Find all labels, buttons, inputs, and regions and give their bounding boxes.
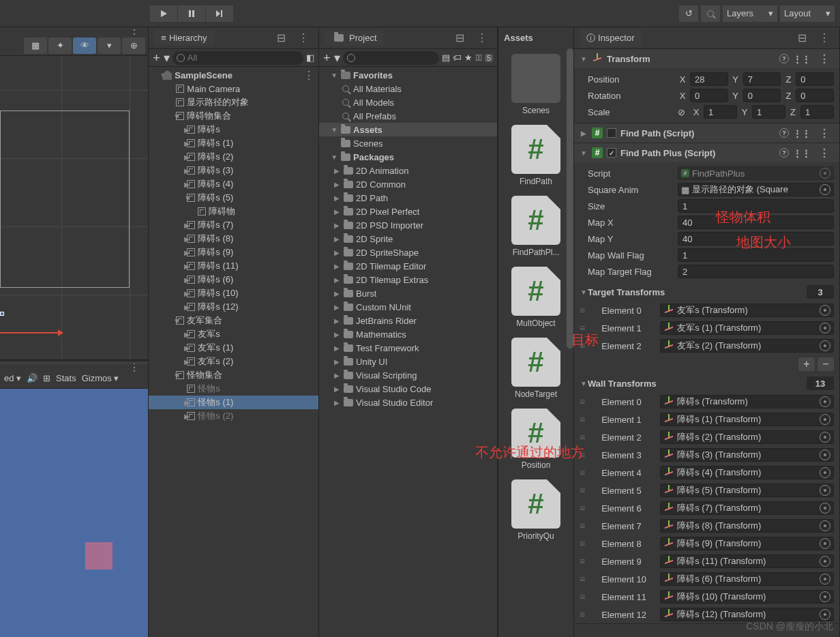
drag-handle-icon[interactable]: ≡ xyxy=(580,467,584,478)
project-item[interactable]: ▶Mathematics xyxy=(319,327,497,341)
project-item[interactable]: All Models xyxy=(319,95,497,109)
hierarchy-item[interactable]: ▶障碍s (4) xyxy=(149,177,318,191)
object-picker-icon[interactable] xyxy=(820,305,830,316)
hierarchy-item[interactable]: ▶友军s xyxy=(149,327,318,341)
asset-item[interactable]: #NodeTarget xyxy=(501,335,571,402)
object-picker-icon[interactable] xyxy=(820,323,830,334)
game-view[interactable] xyxy=(0,389,148,637)
assets-breadcrumb[interactable]: Assets xyxy=(498,27,573,48)
hierarchy-item[interactable]: Main Camera xyxy=(149,82,318,95)
object-picker-icon[interactable] xyxy=(820,467,830,478)
project-item[interactable]: ▶Test Framework xyxy=(319,341,497,355)
drag-handle-icon[interactable]: ≡ xyxy=(580,396,584,407)
target-transforms-header[interactable]: ▼Target Transforms3 xyxy=(574,282,839,301)
script-field[interactable]: #FindPathPlus xyxy=(678,166,834,180)
drag-handle-icon[interactable]: ≡ xyxy=(580,520,584,531)
help-icon[interactable]: ? xyxy=(779,54,789,63)
drag-handle-icon[interactable]: ≡ xyxy=(580,323,584,334)
drag-handle-icon[interactable]: ≡ xyxy=(580,556,584,567)
array-element-row[interactable]: ≡Element 1友军s (1) (Transform) xyxy=(574,319,839,337)
project-item[interactable]: ▶2D Path xyxy=(319,191,497,205)
project-item[interactable]: Scenes xyxy=(319,136,497,150)
help-icon[interactable]: ? xyxy=(779,148,789,158)
constrain-icon[interactable]: ⊘ xyxy=(678,107,689,117)
object-field[interactable]: 障碍s (Transform) xyxy=(660,395,834,409)
drag-handle-icon[interactable]: ≡ xyxy=(580,432,584,443)
mapx-input[interactable]: 40 xyxy=(678,216,834,229)
component-header[interactable]: ▶ # Find Path (Script) ? ⋮⋮ ⋮ xyxy=(574,123,839,143)
project-item[interactable]: ▶Visual Scripting xyxy=(319,368,497,382)
project-item[interactable]: ▼Favorites xyxy=(319,68,497,82)
drag-handle-icon[interactable]: ≡ xyxy=(580,414,584,425)
scale-y-input[interactable]: 1 xyxy=(752,105,785,119)
object-picker-icon[interactable] xyxy=(820,432,830,443)
position-z-input[interactable]: 0 xyxy=(796,72,834,86)
kebab-icon[interactable]: ⋮ xyxy=(294,31,313,44)
hierarchy-item[interactable]: 障碍物 xyxy=(149,205,318,218)
hierarchy-item[interactable]: ▶障碍s (3) xyxy=(149,164,318,177)
hierarchy-item[interactable]: 怪物s xyxy=(149,382,318,396)
project-item[interactable]: ▶2D SpriteShape xyxy=(319,246,497,259)
object-picker-icon[interactable] xyxy=(820,168,830,179)
hierarchy-item[interactable]: ▼友军集合 xyxy=(149,314,318,327)
array-element-row[interactable]: ≡Element 5障碍s (5) (Transform) xyxy=(574,482,839,499)
preset-icon[interactable]: ⋮⋮ xyxy=(793,54,811,64)
targetflag-input[interactable]: 2 xyxy=(678,265,834,278)
size-input[interactable]: 1 xyxy=(678,199,834,213)
asset-item[interactable]: #PriorityQu xyxy=(501,477,571,544)
audio-toggle[interactable]: 🔊 xyxy=(27,373,38,383)
object-field[interactable]: 障碍s (12) (Transform) xyxy=(660,608,834,621)
object-picker-icon[interactable] xyxy=(820,340,830,351)
asset-item[interactable]: Scenes xyxy=(501,51,571,118)
project-item[interactable]: ▶2D Tilemap Extras xyxy=(319,273,497,286)
object-picker-icon[interactable] xyxy=(820,414,830,425)
preset-icon[interactable]: ⋮⋮ xyxy=(793,128,811,138)
drag-handle-icon[interactable]: ≡ xyxy=(580,591,584,602)
object-field[interactable]: 障碍s (4) (Transform) xyxy=(660,466,834,479)
selected-object-handle[interactable] xyxy=(0,312,4,316)
object-field[interactable]: 障碍s (6) (Transform) xyxy=(660,572,834,586)
object-picker-icon[interactable] xyxy=(820,485,830,496)
create-dropdown[interactable]: + ▾ xyxy=(153,50,170,65)
project-item[interactable]: ▶Visual Studio Editor xyxy=(319,396,497,409)
drag-handle-icon[interactable]: ≡ xyxy=(580,503,584,514)
project-item[interactable]: ▶2D Sprite xyxy=(319,232,497,246)
project-item[interactable]: ▶JetBrains Rider xyxy=(319,314,497,327)
hierarchy-item[interactable]: 显示路径的对象 xyxy=(149,95,318,109)
undo-history-button[interactable]: ↺ xyxy=(679,5,698,22)
hierarchy-item[interactable]: ▶障碍s xyxy=(149,123,318,136)
array-element-row[interactable]: ≡Element 1障碍s (1) (Transform) xyxy=(574,411,839,428)
object-field[interactable]: 障碍s (5) (Transform) xyxy=(660,484,834,497)
component-enabled-checkbox[interactable]: ✓ xyxy=(607,148,616,158)
hierarchy-item[interactable]: ▶障碍s (8) xyxy=(149,232,318,246)
object-picker-icon[interactable] xyxy=(820,184,830,195)
hierarchy-search[interactable]: All xyxy=(172,51,303,65)
array-element-row[interactable]: ≡Element 2友军s (2) (Transform) xyxy=(574,337,839,355)
panel-lock-icon[interactable]: ⊟ xyxy=(794,31,811,44)
array-element-row[interactable]: ≡Element 7障碍s (8) (Transform) xyxy=(574,517,839,535)
toggle-skybox[interactable]: ▦ xyxy=(24,38,47,54)
array-element-row[interactable]: ≡Element 2障碍s (2) (Transform) xyxy=(574,428,839,446)
stats-toggle[interactable]: ⊞ xyxy=(43,373,50,383)
asset-item[interactable]: #FindPathPl... xyxy=(501,193,571,260)
kebab-icon[interactable]: ⋮ xyxy=(815,53,834,65)
layers-dropdown[interactable]: Layers▾ xyxy=(723,5,777,22)
object-picker-icon[interactable] xyxy=(820,591,830,602)
scrollbar[interactable] xyxy=(567,48,573,608)
hierarchy-item[interactable]: ▼障碍s (5) xyxy=(149,191,318,205)
object-picker-icon[interactable] xyxy=(820,396,830,407)
pause-button[interactable] xyxy=(178,5,205,22)
square-anim-field[interactable]: ▦ 显示路径的对象 (Square xyxy=(678,183,834,196)
display-dropdown[interactable]: ed ▾ xyxy=(4,373,21,383)
gizmos-dropdown[interactable]: Gizmos ▾ xyxy=(82,373,119,383)
object-picker-icon[interactable] xyxy=(820,556,830,567)
drag-handle-icon[interactable]: ≡ xyxy=(580,305,584,316)
rotation-z-input[interactable]: 0 xyxy=(796,89,834,102)
array-element-row[interactable]: ≡Element 0友军s (Transform) xyxy=(574,301,839,319)
object-field[interactable]: 障碍s (10) (Transform) xyxy=(660,590,834,604)
object-picker-icon[interactable] xyxy=(820,503,830,514)
hierarchy-item[interactable]: ▶障碍s (7) xyxy=(149,218,318,232)
array-element-row[interactable]: ≡Element 6障碍s (7) (Transform) xyxy=(574,499,839,517)
step-button[interactable] xyxy=(206,5,233,22)
filter-by-type-icon[interactable]: ▤ xyxy=(442,53,450,63)
